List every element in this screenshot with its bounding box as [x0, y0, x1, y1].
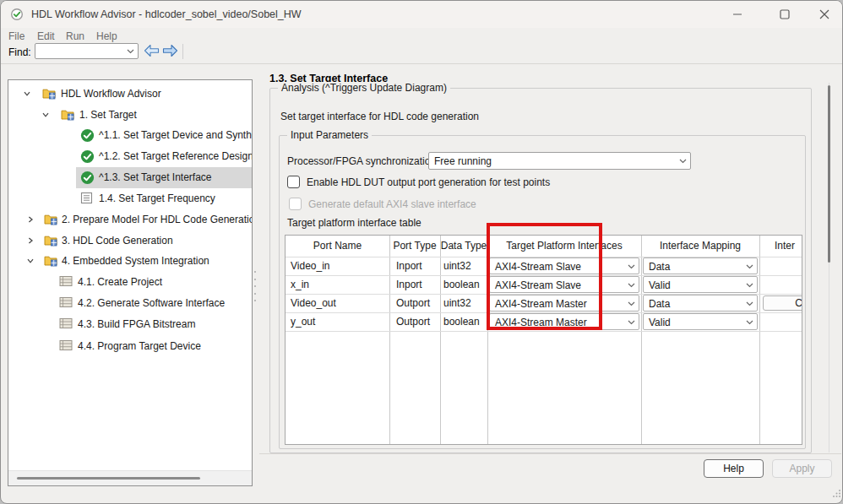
chevron-down-icon — [679, 159, 687, 164]
col-header-target-platform-interfaces: Target Platform Interfaces — [487, 236, 641, 257]
axi4-slave-checkbox-label: Generate default AXI4 slave interface — [308, 198, 476, 210]
col-header-port-type: Port Type — [389, 236, 440, 257]
chevron-down-icon — [746, 320, 753, 325]
cell-data-type: uint32 — [443, 294, 471, 312]
interface-mapping-select[interactable]: Valid — [643, 276, 758, 293]
folder-icon — [44, 254, 57, 268]
analysis-groupbox: Analysis (^Triggers Update Diagram) Set … — [269, 88, 812, 453]
tree-item-label: HDL Workflow Advisor — [61, 88, 161, 100]
menu-edit[interactable]: Edit — [37, 30, 55, 44]
hdl-workflow-advisor-window: HDL Workflow Advisor - hdlcoder_sobel_vi… — [0, 0, 843, 504]
list-icon — [59, 339, 73, 353]
list-icon — [59, 296, 73, 310]
tree-item-label: 1.4. Set Target Frequency — [99, 192, 215, 204]
tree-horizontal-scrollbar[interactable] — [8, 470, 252, 485]
tree-item-set-target[interactable]: 1. Set Target — [8, 105, 251, 125]
find-previous-button[interactable] — [144, 44, 160, 58]
cell-port-name: Video_in — [291, 257, 330, 275]
tree-item-create-project[interactable]: 4.1. Create Project — [8, 272, 251, 292]
title-bar: HDL Workflow Advisor - hdlcoder_sobel_vi… — [1, 1, 842, 28]
interface-options-button[interactable]: C — [763, 295, 802, 311]
input-parameters-groupbox: Input Parameters Processor/FPGA synchron… — [279, 135, 806, 449]
tree-item-label: 1. Set Target — [79, 109, 137, 121]
tree-item-label: ^1.3. Set Target Interface — [99, 171, 212, 183]
tree-item-set-target-frequency[interactable]: 1.4. Set Target Frequency — [8, 188, 251, 209]
tree-item-label: 2. Prepare Model For HDL Code Generation — [62, 214, 253, 225]
toolbar-divider — [1, 63, 842, 64]
tree-item-label: 3. HDL Code Generation — [62, 235, 173, 247]
tree-item-set-target-reference-design[interactable]: ^1.2. Set Target Reference Design — [8, 146, 251, 166]
help-button[interactable]: Help — [704, 459, 764, 478]
tree-item-label: 4. Embedded System Integration — [62, 255, 209, 267]
chevron-down-icon — [628, 320, 635, 325]
target-platform-interface-select[interactable]: AXI4-Stream Slave — [489, 276, 639, 293]
testpoints-checkbox[interactable] — [287, 176, 300, 188]
list-icon — [59, 275, 73, 289]
footer-divider — [259, 453, 841, 454]
cell-data-type: boolean — [443, 312, 480, 331]
chevron-down-icon — [127, 49, 134, 54]
cell-port-type: Outport — [396, 312, 430, 331]
input-parameters-groupbox-label: Input Parameters — [287, 129, 372, 141]
panel-scrollbar-thumb[interactable] — [828, 85, 830, 263]
tree-item-label: ^1.2. Set Target Reference Design — [99, 150, 253, 162]
tree-item-prepare-model[interactable]: 2. Prepare Model For HDL Code Generation — [8, 209, 251, 230]
resize-grip-icon[interactable] — [832, 489, 841, 498]
find-input[interactable] — [35, 43, 139, 59]
sync-select-value: Free running — [434, 155, 492, 167]
tree-item-set-target-interface[interactable]: ^1.3. Set Target Interface — [8, 167, 251, 187]
tree-item-build-fpga-bitstream[interactable]: 4.3. Build FPGA Bitstream — [8, 314, 251, 334]
chevron-down-icon[interactable] — [26, 257, 35, 265]
menu-run[interactable]: Run — [66, 30, 84, 44]
col-header-data-type: Data Type — [440, 236, 487, 257]
col-header-interface-options: Inter — [759, 236, 802, 257]
tree-item-embedded-system-integration[interactable]: 4. Embedded System Integration — [8, 251, 251, 271]
workflow-tree: HDL Workflow Advisor 1. Set Target ^1.1.… — [8, 79, 253, 486]
interface-mapping-select[interactable]: Valid — [643, 313, 758, 330]
tree-horizontal-scrollbar-thumb[interactable] — [17, 477, 200, 480]
chevron-down-icon — [628, 283, 635, 288]
tree-item-label: 4.1. Create Project — [78, 276, 162, 288]
tree-item-hdl-code-generation[interactable]: 3. HDL Code Generation — [8, 230, 251, 251]
cell-port-type: Inport — [396, 275, 422, 294]
apply-button[interactable]: Apply — [772, 459, 832, 478]
tree-item-hdl-workflow-advisor[interactable]: HDL Workflow Advisor — [8, 84, 251, 104]
chevron-right-icon[interactable] — [26, 236, 35, 245]
chevron-right-icon[interactable] — [26, 215, 35, 224]
close-button[interactable] — [808, 1, 841, 28]
folder-icon — [44, 213, 57, 226]
minimize-button[interactable] — [721, 1, 754, 28]
testpoints-checkbox-label[interactable]: Enable HDL DUT output port generation fo… — [307, 176, 550, 188]
task-description: Set target interface for HDL code genera… — [280, 111, 479, 122]
chevron-down-icon[interactable] — [41, 111, 50, 119]
chevron-down-icon — [746, 264, 753, 269]
tree-item-label: 4.2. Generate Software Interface — [78, 297, 225, 309]
analysis-groupbox-label: Analysis (^Triggers Update Diagram) — [278, 82, 450, 94]
target-platform-interface-select[interactable]: AXI4-Stream Slave — [489, 257, 639, 274]
cell-data-type: uint32 — [443, 257, 471, 275]
cell-port-type: Outport — [396, 294, 430, 312]
interface-mapping-select[interactable]: Data — [643, 295, 758, 312]
cell-port-name: y_out — [291, 312, 315, 331]
find-label: Find: — [8, 46, 31, 58]
panel-splitter[interactable] — [253, 271, 257, 301]
target-platform-interface-select[interactable]: AXI4-Stream Master — [489, 295, 639, 312]
check-passed-icon — [80, 149, 94, 163]
tree-item-set-target-device[interactable]: ^1.1. Set Target Device and Synthesis To… — [8, 125, 251, 145]
tree-item-program-target-device[interactable]: 4.4. Program Target Device — [8, 336, 251, 356]
interface-mapping-select[interactable]: Data — [643, 257, 758, 274]
check-passed-icon — [80, 128, 94, 142]
folder-icon — [42, 87, 56, 100]
sync-select[interactable]: Free running — [428, 152, 691, 170]
target-platform-interface-table: Port Name Port Type Data Type Target Pla… — [285, 235, 802, 445]
menu-file[interactable]: File — [8, 30, 24, 44]
tree-item-generate-software-interface[interactable]: 4.2. Generate Software Interface — [8, 293, 251, 313]
find-next-button[interactable] — [162, 44, 178, 58]
chevron-down-icon — [746, 301, 753, 306]
document-icon — [80, 192, 94, 205]
folder-icon — [61, 108, 74, 122]
chevron-down-icon[interactable] — [23, 89, 31, 98]
menu-help[interactable]: Help — [96, 30, 117, 44]
target-platform-interface-select[interactable]: AXI4-Stream Master — [489, 313, 639, 330]
maximize-button[interactable] — [768, 1, 802, 28]
